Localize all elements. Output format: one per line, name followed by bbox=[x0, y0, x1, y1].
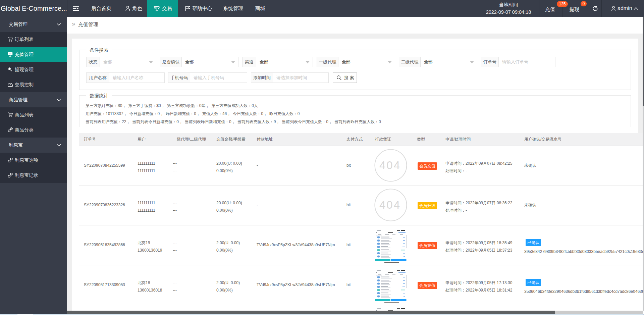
svg-text:404: 404 bbox=[379, 159, 401, 171]
svg-text:404: 404 bbox=[379, 199, 401, 211]
